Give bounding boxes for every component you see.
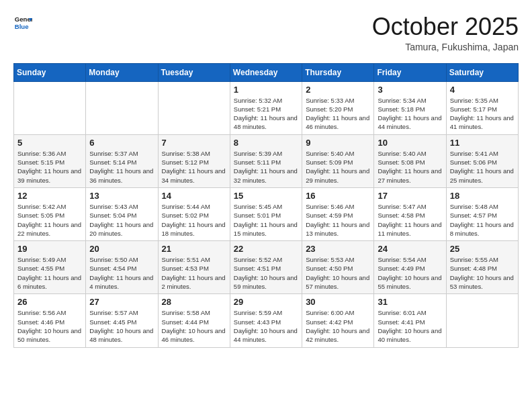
weekday-header-thursday: Thursday [302,63,374,81]
calendar-cell: 28Sunrise: 5:58 AM Sunset: 4:44 PM Dayli… [158,294,230,347]
calendar-cell: 31Sunrise: 6:01 AM Sunset: 4:41 PM Dayli… [374,294,446,347]
day-info: Sunrise: 6:00 AM Sunset: 4:42 PM Dayligh… [306,308,370,344]
day-number: 14 [162,191,226,201]
calendar-cell: 27Sunrise: 5:57 AM Sunset: 4:45 PM Dayli… [86,294,158,347]
month-title: October 2025 [372,13,519,40]
day-number: 18 [450,191,515,201]
day-info: Sunrise: 5:38 AM Sunset: 5:12 PM Dayligh… [162,149,226,185]
day-info: Sunrise: 5:34 AM Sunset: 5:18 PM Dayligh… [378,96,442,132]
calendar-cell: 6Sunrise: 5:37 AM Sunset: 5:14 PM Daylig… [86,134,158,187]
day-number: 2 [306,85,370,95]
calendar-cell: 14Sunrise: 5:44 AM Sunset: 5:02 PM Dayli… [158,187,230,240]
calendar-cell: 26Sunrise: 5:56 AM Sunset: 4:46 PM Dayli… [14,294,86,347]
calendar-cell: 5Sunrise: 5:36 AM Sunset: 5:15 PM Daylig… [14,134,86,187]
day-number: 3 [378,85,442,95]
calendar-cell: 23Sunrise: 5:53 AM Sunset: 4:50 PM Dayli… [302,241,374,294]
day-info: Sunrise: 5:51 AM Sunset: 4:53 PM Dayligh… [162,255,226,291]
day-info: Sunrise: 5:37 AM Sunset: 5:14 PM Dayligh… [89,149,154,185]
day-number: 8 [234,138,298,148]
day-info: Sunrise: 5:33 AM Sunset: 5:20 PM Dayligh… [306,96,370,132]
day-info: Sunrise: 5:54 AM Sunset: 4:49 PM Dayligh… [378,255,442,291]
day-info: Sunrise: 5:53 AM Sunset: 4:50 PM Dayligh… [306,255,370,291]
day-number: 19 [17,244,82,254]
calendar-cell: 7Sunrise: 5:38 AM Sunset: 5:12 PM Daylig… [158,134,230,187]
day-info: Sunrise: 5:45 AM Sunset: 5:01 PM Dayligh… [234,202,298,238]
day-info: Sunrise: 5:39 AM Sunset: 5:11 PM Dayligh… [234,149,298,185]
day-info: Sunrise: 5:40 AM Sunset: 5:09 PM Dayligh… [306,149,370,185]
day-number: 21 [162,244,226,254]
day-number: 29 [234,297,298,307]
calendar-cell: 3Sunrise: 5:34 AM Sunset: 5:18 PM Daylig… [374,81,446,134]
day-number: 11 [450,138,515,148]
day-number: 17 [378,191,442,201]
title-area: October 2025 Tamura, Fukushima, Japan [372,13,519,52]
week-row-1: 1Sunrise: 5:32 AM Sunset: 5:21 PM Daylig… [14,81,519,134]
day-info: Sunrise: 5:55 AM Sunset: 4:48 PM Dayligh… [450,255,515,291]
svg-text:Blue: Blue [15,23,29,30]
weekday-header-sunday: Sunday [14,63,86,81]
calendar-cell: 16Sunrise: 5:46 AM Sunset: 4:59 PM Dayli… [302,187,374,240]
calendar-cell: 19Sunrise: 5:49 AM Sunset: 4:55 PM Dayli… [14,241,86,294]
calendar-cell: 21Sunrise: 5:51 AM Sunset: 4:53 PM Dayli… [158,241,230,294]
week-row-5: 26Sunrise: 5:56 AM Sunset: 4:46 PM Dayli… [14,294,519,347]
calendar-cell [14,81,86,134]
location: Tamura, Fukushima, Japan [372,42,519,52]
day-info: Sunrise: 5:44 AM Sunset: 5:02 PM Dayligh… [162,202,226,238]
calendar-cell: 24Sunrise: 5:54 AM Sunset: 4:49 PM Dayli… [374,241,446,294]
calendar-cell: 10Sunrise: 5:40 AM Sunset: 5:08 PM Dayli… [374,134,446,187]
day-info: Sunrise: 5:49 AM Sunset: 4:55 PM Dayligh… [17,255,82,291]
day-number: 22 [234,244,298,254]
calendar-cell [158,81,230,134]
calendar-cell: 15Sunrise: 5:45 AM Sunset: 5:01 PM Dayli… [230,187,302,240]
day-number: 27 [89,297,154,307]
day-info: Sunrise: 5:56 AM Sunset: 4:46 PM Dayligh… [17,308,82,344]
calendar-cell: 25Sunrise: 5:55 AM Sunset: 4:48 PM Dayli… [446,241,518,294]
calendar-cell: 20Sunrise: 5:50 AM Sunset: 4:54 PM Dayli… [86,241,158,294]
day-info: Sunrise: 5:46 AM Sunset: 4:59 PM Dayligh… [306,202,370,238]
weekday-header-tuesday: Tuesday [158,63,230,81]
day-number: 4 [450,85,515,95]
day-info: Sunrise: 5:42 AM Sunset: 5:05 PM Dayligh… [17,202,82,238]
day-number: 1 [234,85,298,95]
logo: General Blue [13,13,32,32]
calendar-cell: 22Sunrise: 5:52 AM Sunset: 4:51 PM Dayli… [230,241,302,294]
day-number: 12 [17,191,82,201]
day-info: Sunrise: 5:40 AM Sunset: 5:08 PM Dayligh… [378,149,442,185]
calendar-cell: 30Sunrise: 6:00 AM Sunset: 4:42 PM Dayli… [302,294,374,347]
day-info: Sunrise: 5:48 AM Sunset: 4:57 PM Dayligh… [450,202,515,238]
calendar-table: SundayMondayTuesdayWednesdayThursdayFrid… [13,63,519,348]
week-row-2: 5Sunrise: 5:36 AM Sunset: 5:15 PM Daylig… [14,134,519,187]
day-info: Sunrise: 5:58 AM Sunset: 4:44 PM Dayligh… [162,308,226,344]
calendar-cell [86,81,158,134]
day-number: 10 [378,138,442,148]
day-info: Sunrise: 5:47 AM Sunset: 4:58 PM Dayligh… [378,202,442,238]
calendar-cell: 11Sunrise: 5:41 AM Sunset: 5:06 PM Dayli… [446,134,518,187]
day-number: 25 [450,244,515,254]
day-number: 16 [306,191,370,201]
day-number: 23 [306,244,370,254]
calendar-cell: 13Sunrise: 5:43 AM Sunset: 5:04 PM Dayli… [86,187,158,240]
weekday-header-monday: Monday [86,63,158,81]
calendar-cell: 29Sunrise: 5:59 AM Sunset: 4:43 PM Dayli… [230,294,302,347]
day-number: 31 [378,297,442,307]
calendar-cell: 12Sunrise: 5:42 AM Sunset: 5:05 PM Dayli… [14,187,86,240]
calendar-cell [446,294,518,347]
header-area: General Blue October 2025 Tamura, Fukush… [13,13,519,52]
day-number: 6 [89,138,154,148]
day-number: 13 [89,191,154,201]
day-info: Sunrise: 5:35 AM Sunset: 5:17 PM Dayligh… [450,96,515,132]
calendar-cell: 1Sunrise: 5:32 AM Sunset: 5:21 PM Daylig… [230,81,302,134]
calendar-cell: 2Sunrise: 5:33 AM Sunset: 5:20 PM Daylig… [302,81,374,134]
calendar-cell: 18Sunrise: 5:48 AM Sunset: 4:57 PM Dayli… [446,187,518,240]
calendar-cell: 17Sunrise: 5:47 AM Sunset: 4:58 PM Dayli… [374,187,446,240]
day-info: Sunrise: 5:41 AM Sunset: 5:06 PM Dayligh… [450,149,515,185]
day-info: Sunrise: 5:52 AM Sunset: 4:51 PM Dayligh… [234,255,298,291]
day-number: 30 [306,297,370,307]
calendar-cell: 8Sunrise: 5:39 AM Sunset: 5:11 PM Daylig… [230,134,302,187]
calendar-cell: 9Sunrise: 5:40 AM Sunset: 5:09 PM Daylig… [302,134,374,187]
day-number: 24 [378,244,442,254]
week-row-4: 19Sunrise: 5:49 AM Sunset: 4:55 PM Dayli… [14,241,519,294]
weekday-header-saturday: Saturday [446,63,518,81]
day-info: Sunrise: 6:01 AM Sunset: 4:41 PM Dayligh… [378,308,442,344]
day-number: 28 [162,297,226,307]
